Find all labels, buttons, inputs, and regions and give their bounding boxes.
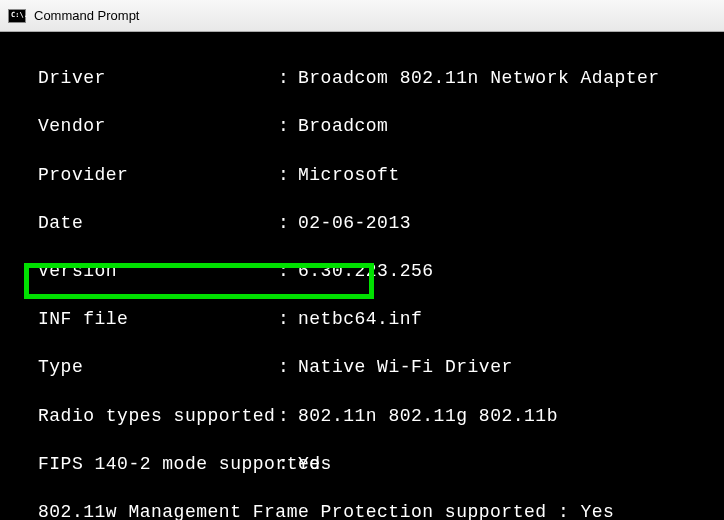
value-inf: netbc64.inf [298,307,422,331]
value-type: Native Wi-Fi Driver [298,355,513,379]
cmd-icon: C:\. [8,9,26,23]
label-radio: Radio types supported [38,404,278,428]
colon: : [278,404,298,428]
value-driver: Broadcom 802.11n Network Adapter [298,66,660,90]
value-provider: Microsoft [298,163,400,187]
colon: : [278,259,298,283]
colon: : [278,66,298,90]
output-line-driver: Driver:Broadcom 802.11n Network Adapter [0,66,724,90]
colon: : [278,452,298,476]
colon: : [278,307,298,331]
cmd-icon-text: C:\. [11,12,28,19]
colon: : [278,355,298,379]
label-driver: Driver [38,66,278,90]
output-line-type: Type:Native Wi-Fi Driver [0,355,724,379]
terminal-output[interactable]: Driver:Broadcom 802.11n Network Adapter … [0,32,724,520]
titlebar[interactable]: C:\. Command Prompt [0,0,724,32]
output-line-inf: INF file:netbc64.inf [0,307,724,331]
label-type: Type [38,355,278,379]
colon: : [278,211,298,235]
label-version: Version [38,259,278,283]
output-line-provider: Provider:Microsoft [0,163,724,187]
output-line-radio: Radio types supported:802.11n 802.11g 80… [0,404,724,428]
label-mgmt: 802.11w Management Frame Protection supp… [38,502,614,520]
label-date: Date [38,211,278,235]
output-line-mgmt: 802.11w Management Frame Protection supp… [0,500,724,520]
value-radio: 802.11n 802.11g 802.11b [298,404,558,428]
output-line-version: Version:6.30.223.256 [0,259,724,283]
output-line-vendor: Vendor:Broadcom [0,114,724,138]
value-fips: Yes [298,452,332,476]
value-vendor: Broadcom [298,114,388,138]
window-title: Command Prompt [34,8,139,23]
label-fips: FIPS 140-2 mode supported [38,452,278,476]
output-line-fips: FIPS 140-2 mode supported:Yes [0,452,724,476]
label-provider: Provider [38,163,278,187]
label-vendor: Vendor [38,114,278,138]
value-version: 6.30.223.256 [298,259,434,283]
label-inf: INF file [38,307,278,331]
colon: : [278,163,298,187]
colon: : [278,114,298,138]
output-line-date: Date:02-06-2013 [0,211,724,235]
value-date: 02-06-2013 [298,211,411,235]
